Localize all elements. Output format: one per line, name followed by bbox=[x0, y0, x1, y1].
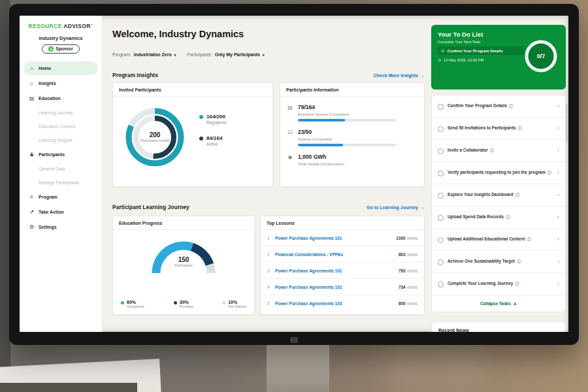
lesson-link[interactable]: Power Purchase Agreements 101 bbox=[275, 269, 395, 273]
sidebar-item-participants[interactable]: ♟ Participants bbox=[24, 148, 98, 161]
task-checkbox[interactable] bbox=[438, 104, 444, 110]
info-icon[interactable]: ⓘ bbox=[517, 259, 521, 263]
sidebar-nav: ⌂ Home ☼ Insights ▤ Education Learning J… bbox=[20, 61, 102, 234]
sidebar-item-take-action[interactable]: ↗ Take Action bbox=[24, 205, 98, 219]
lesson-link[interactable]: Power Purchase Agreements 101 bbox=[275, 236, 392, 240]
sidebar-item-education[interactable]: ▤ Education bbox=[24, 91, 98, 105]
sidebar-item-home[interactable]: ⌂ Home bbox=[24, 61, 98, 75]
info-icon[interactable]: ⓘ bbox=[490, 148, 494, 152]
task-checkbox[interactable] bbox=[438, 193, 444, 199]
check-more-insights-link[interactable]: Check More Insights → bbox=[374, 73, 425, 78]
task-checkbox[interactable] bbox=[438, 126, 444, 132]
task-upload-educational-content[interactable]: Upload Additional Educational Contentⓘ › bbox=[432, 229, 565, 251]
filter-bar: Program: Industrialize Zero ∨ Participan… bbox=[112, 52, 265, 57]
info-icon[interactable]: ⓘ bbox=[515, 282, 519, 286]
info-icon[interactable]: ⓘ bbox=[509, 104, 513, 108]
views-label: views bbox=[407, 269, 417, 273]
legend-not-started: 10% Not Started bbox=[222, 300, 246, 308]
completed-label: Completed bbox=[127, 304, 144, 308]
program-filter: Program: Industrialize Zero ∨ bbox=[112, 52, 176, 57]
education-gauge-chart bbox=[144, 235, 223, 278]
sidebar: RESOURCE ADVISOR+ Industry Dynamics ♟ Sp… bbox=[20, 16, 103, 332]
todo-tasks-card: Confirm Your Program Detailsⓘ › Send 50 … bbox=[431, 95, 566, 312]
chevron-right-icon: › bbox=[557, 259, 559, 265]
sponsor-badge[interactable]: ♟ Sponsor bbox=[42, 44, 80, 54]
collapse-tasks-button[interactable]: Collapse Tasks ∧ bbox=[432, 295, 565, 312]
pending-dot-icon bbox=[174, 301, 177, 304]
sidebar-item-insights[interactable]: ☼ Insights bbox=[24, 76, 98, 90]
task-verify-participants[interactable]: Verify participants requesting to join t… bbox=[432, 162, 565, 184]
gauge-legend: 60% Completed 30% Pending bbox=[121, 300, 246, 308]
task-checkbox[interactable] bbox=[438, 237, 444, 243]
collapse-caret-icon: ∧ bbox=[514, 301, 517, 306]
info-icon[interactable]: ⓘ bbox=[547, 171, 551, 174]
active-dot-icon bbox=[199, 137, 203, 140]
task-checkbox[interactable] bbox=[438, 215, 444, 221]
lesson-link[interactable]: Power Purchase Agreements 103 bbox=[275, 301, 395, 306]
task-checkbox[interactable] bbox=[438, 148, 444, 154]
task-label: Achieve One Sustainability Target bbox=[448, 259, 515, 263]
consumption-value: 1,000 GWh bbox=[298, 154, 344, 160]
next-task-chip[interactable]: ☑ Confirm Your Program Details bbox=[438, 46, 524, 55]
task-checkbox[interactable] bbox=[438, 171, 444, 176]
participants-select[interactable]: Only My Participants ∨ bbox=[215, 52, 265, 57]
invited-participants-card: Invited Participants 200 Participants In… bbox=[112, 82, 273, 187]
lesson-link[interactable]: Power Purchase Agreements 102 bbox=[275, 285, 395, 289]
lesson-views: 600 bbox=[399, 301, 406, 306]
desk-edge bbox=[0, 383, 137, 392]
task-upload-spend-data[interactable]: Upload Spend Data Recordsⓘ › bbox=[432, 206, 565, 229]
info-icon[interactable]: ⓘ bbox=[515, 193, 519, 197]
lesson-views: 734 bbox=[399, 285, 406, 289]
active-value: 84/164 bbox=[206, 135, 222, 141]
todo-summary-card: Your To Do List Complete Your Next Task:… bbox=[431, 25, 566, 90]
chevron-down-icon: ∨ bbox=[174, 53, 176, 57]
task-confirm-program[interactable]: Confirm Your Program Detailsⓘ › bbox=[432, 95, 565, 118]
chevron-right-icon: › bbox=[557, 192, 559, 198]
sidebar-item-learning-insights[interactable]: Learning Insights bbox=[24, 134, 98, 146]
task-label: Complete Your Learning Journey bbox=[448, 281, 513, 286]
pending-label: Pending bbox=[180, 304, 193, 308]
participants-icon: ♟ bbox=[29, 152, 35, 157]
program-icon: ≡ bbox=[29, 194, 35, 200]
lesson-rank: 4 bbox=[267, 285, 271, 289]
sidebar-item-settings[interactable]: ⚙ Settings bbox=[24, 220, 98, 234]
program-select-value: Industrialize Zero bbox=[134, 52, 172, 57]
task-checkbox[interactable] bbox=[438, 259, 444, 265]
sidebar-item-program[interactable]: ≡ Program bbox=[24, 190, 98, 204]
sidebar-item-general-data[interactable]: General Data bbox=[24, 163, 98, 175]
lesson-link[interactable]: Financial Considerations - VPPAs bbox=[275, 252, 395, 257]
info-icon[interactable]: ⓘ bbox=[527, 237, 531, 241]
arrow-right-icon: → bbox=[420, 73, 425, 78]
sidebar-item-education-content[interactable]: Education Content bbox=[24, 120, 98, 133]
info-icon[interactable]: ⓘ bbox=[506, 215, 510, 219]
actions-icon: ☑ bbox=[287, 129, 293, 146]
info-icon[interactable]: ⓘ bbox=[517, 126, 521, 130]
recent-news-title: Recent News bbox=[432, 322, 565, 332]
sidebar-item-manage-participants[interactable]: Manage Participants bbox=[24, 176, 98, 189]
scrollbar-thumb[interactable] bbox=[566, 104, 568, 143]
nav-label: General Data bbox=[39, 167, 65, 171]
program-filter-label: Program: bbox=[112, 52, 131, 57]
app-logo: RESOURCE ADVISOR+ bbox=[20, 22, 102, 29]
task-checkbox[interactable] bbox=[438, 282, 444, 287]
nav-label: Participants bbox=[39, 152, 65, 157]
go-to-learning-journey-link[interactable]: Go to Learning Journey → bbox=[367, 205, 425, 210]
task-send-invitations[interactable]: Send 50 Invitations to Participantsⓘ › bbox=[432, 118, 565, 140]
sponsor-label: Sponsor bbox=[56, 46, 73, 51]
section-title: Participant Learning Journey bbox=[112, 204, 189, 210]
program-select[interactable]: Industrialize Zero ∨ bbox=[134, 52, 176, 57]
task-complete-learning-journey[interactable]: Complete Your Learning Journeyⓘ › bbox=[432, 273, 565, 295]
insights-icon: ☼ bbox=[29, 80, 35, 86]
monitor-logo bbox=[290, 337, 298, 343]
actions-value: 23/50 bbox=[298, 129, 396, 135]
task-explore-insights[interactable]: Explore Your Insights Dashboardⓘ › bbox=[432, 184, 565, 206]
sidebar-item-learning-journey[interactable]: Learning Journey bbox=[24, 106, 98, 119]
task-achieve-target[interactable]: Achieve One Sustainability Targetⓘ › bbox=[432, 251, 565, 273]
registered-label: Registered bbox=[206, 120, 226, 125]
nav-label: Manage Participants bbox=[39, 180, 79, 185]
task-invite-collaborator[interactable]: Invite a Collaboratorⓘ › bbox=[432, 140, 565, 162]
actions-progress-fill bbox=[298, 144, 343, 146]
task-label: Explore Your Insights Dashboard bbox=[448, 192, 514, 197]
nav-label: Program bbox=[39, 195, 57, 199]
nav-label: Education bbox=[39, 96, 61, 101]
